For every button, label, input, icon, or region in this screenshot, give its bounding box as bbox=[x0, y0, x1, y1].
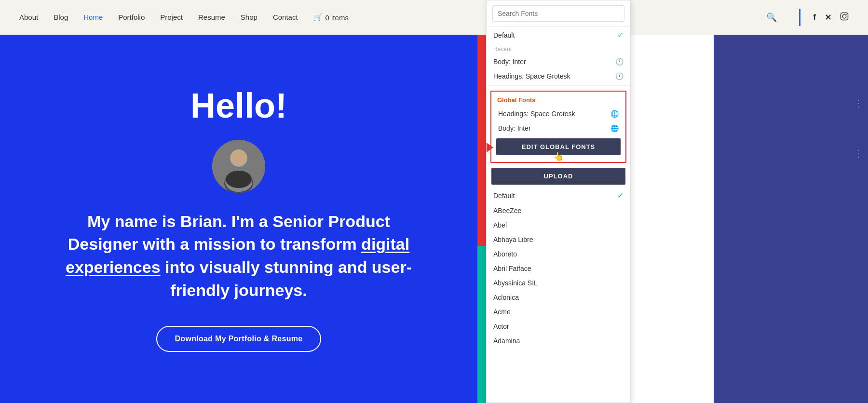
cursor-icon: 👆 bbox=[553, 151, 564, 162]
font-item-abel[interactable]: Abel bbox=[487, 218, 630, 232]
upload-btn-wrapper: UPLOAD bbox=[487, 166, 630, 188]
instagram-link[interactable] bbox=[840, 12, 849, 23]
font-label-abel: Abel bbox=[493, 221, 507, 229]
nav-item-resume[interactable]: Resume bbox=[198, 13, 225, 22]
font-label-recent-body: Body: Inter bbox=[493, 58, 526, 66]
nav-item-portfolio[interactable]: Portfolio bbox=[118, 13, 145, 22]
search-icon[interactable]: 🔍 bbox=[766, 12, 777, 23]
font-item-aboreto[interactable]: Aboreto bbox=[487, 247, 630, 261]
divider-1 bbox=[487, 85, 630, 86]
avatar-image bbox=[212, 140, 265, 193]
nav-item-blog[interactable]: Blog bbox=[54, 13, 68, 22]
nav-link-shop[interactable]: Shop bbox=[241, 13, 258, 21]
nav-link-home[interactable]: Home bbox=[83, 13, 103, 21]
font-label-actor: Actor bbox=[493, 322, 509, 330]
font-item-global-body[interactable]: Body: Inter 🌐 bbox=[491, 121, 625, 135]
font-item-acme[interactable]: Acme bbox=[487, 305, 630, 319]
font-item-recent-body[interactable]: Body: Inter 🕐 bbox=[487, 54, 630, 69]
font-search-input[interactable] bbox=[492, 5, 624, 22]
font-label-abeezee: ABeeZee bbox=[493, 207, 521, 215]
global-fonts-label: Global Fonts bbox=[491, 94, 625, 107]
clock-icon-2: 🕐 bbox=[615, 72, 624, 80]
font-label-abhaya: Abhaya Libre bbox=[493, 236, 533, 243]
nav-item-cart[interactable]: 🛒 0 items bbox=[313, 13, 349, 22]
right-panel: ⋮ ⋮ bbox=[714, 35, 868, 403]
font-item-default[interactable]: Default ✓ bbox=[487, 188, 630, 203]
font-label-abril: Abril Fatface bbox=[493, 265, 531, 272]
font-label-recent-headings: Headings: Space Grotesk bbox=[493, 72, 570, 80]
recent-section-label: Recent bbox=[487, 43, 630, 54]
nav-link-about[interactable]: About bbox=[19, 13, 38, 21]
svg-point-2 bbox=[846, 14, 847, 15]
svg-point-8 bbox=[231, 149, 246, 165]
font-label-global-headings: Headings: Space Grotesk bbox=[498, 110, 575, 118]
global-fonts-section: Global Fonts Headings: Space Grotesk 🌐 B… bbox=[490, 91, 626, 163]
nav-item-project[interactable]: Project bbox=[160, 13, 183, 22]
red-arrow-indicator bbox=[486, 143, 493, 152]
font-label-aclonica: Aclonica bbox=[493, 294, 519, 301]
navbar: About Blog Home Portfolio Project Resume… bbox=[0, 0, 868, 35]
download-button[interactable]: Download My Portfolio & Resume bbox=[156, 326, 321, 352]
nav-link-portfolio[interactable]: Portfolio bbox=[118, 13, 145, 21]
clock-icon-1: 🕐 bbox=[615, 58, 624, 66]
facebook-link[interactable]: f bbox=[813, 13, 816, 22]
nav-item-contact[interactable]: Contact bbox=[273, 13, 298, 22]
upload-button[interactable]: UPLOAD bbox=[491, 168, 625, 185]
font-label-default-top: Default bbox=[493, 31, 515, 39]
nav-link-blog[interactable]: Blog bbox=[54, 13, 68, 21]
font-item-recent-headings[interactable]: Headings: Space Grotesk 🕐 bbox=[487, 69, 630, 83]
globe-icon-1: 🌐 bbox=[610, 110, 619, 118]
font-item-abhaya[interactable]: Abhaya Libre bbox=[487, 232, 630, 247]
hero-title: Hello! bbox=[190, 86, 287, 125]
font-label-default: Default bbox=[493, 192, 515, 200]
nav-item-about[interactable]: About bbox=[19, 13, 38, 22]
cart-count: 0 items bbox=[326, 13, 349, 22]
hero-avatar bbox=[212, 140, 265, 193]
font-item-abeezee[interactable]: ABeeZee bbox=[487, 203, 630, 218]
nav-item-shop[interactable]: Shop bbox=[241, 13, 258, 22]
hero-section: Hello! My name is Brian. I'm a Senior Pr… bbox=[0, 35, 477, 403]
font-list[interactable]: Default ✓ ABeeZee Abel Abhaya Libre Abor… bbox=[487, 188, 630, 403]
nav-link-contact[interactable]: Contact bbox=[273, 13, 298, 21]
teal-accent-bar bbox=[477, 246, 486, 403]
arrow-head bbox=[487, 143, 493, 152]
nav-link-resume[interactable]: Resume bbox=[198, 13, 225, 21]
font-item-actor[interactable]: Actor bbox=[487, 319, 630, 334]
font-label-adamina: Adamina bbox=[493, 337, 520, 345]
nav-item-home[interactable]: Home bbox=[83, 13, 103, 22]
hero-body-text: My name is Brian. I'm a Senior Product D… bbox=[51, 210, 427, 302]
font-label-acme: Acme bbox=[493, 308, 511, 316]
nav-divider bbox=[799, 9, 800, 26]
check-icon-default: ✓ bbox=[617, 30, 624, 40]
font-label-aboreto: Aboreto bbox=[493, 250, 517, 258]
font-label-global-body: Body: Inter bbox=[498, 124, 531, 132]
font-search-box bbox=[487, 0, 630, 27]
globe-icon-2: 🌐 bbox=[610, 124, 619, 132]
font-item-abril[interactable]: Abril Fatface bbox=[487, 261, 630, 276]
red-accent-bar bbox=[477, 35, 486, 246]
cart-icon: 🛒 bbox=[313, 13, 323, 22]
font-item-abyssinica[interactable]: Abyssinica SIL bbox=[487, 276, 630, 290]
edit-global-btn-container: EDIT GLOBAL FONTS 👆 bbox=[491, 135, 625, 159]
font-item-adamina[interactable]: Adamina bbox=[487, 334, 630, 348]
font-item-global-headings[interactable]: Headings: Space Grotesk 🌐 bbox=[491, 107, 625, 121]
font-item-aclonica[interactable]: Aclonica bbox=[487, 290, 630, 305]
font-panel: Default ✓ Recent Body: Inter 🕐 Headings:… bbox=[486, 0, 631, 403]
nav-social: f ✕ bbox=[813, 12, 849, 23]
nav-links: About Blog Home Portfolio Project Resume… bbox=[19, 13, 349, 22]
check-icon-list-default: ✓ bbox=[617, 191, 624, 200]
svg-point-9 bbox=[226, 171, 252, 188]
svg-rect-0 bbox=[841, 13, 848, 20]
svg-point-1 bbox=[842, 14, 846, 18]
font-item-default-top[interactable]: Default ✓ bbox=[487, 27, 630, 43]
nav-link-project[interactable]: Project bbox=[160, 13, 183, 21]
twitter-link[interactable]: ✕ bbox=[825, 13, 831, 23]
panel-dots-2: ⋮ bbox=[854, 148, 863, 159]
font-label-abyssinica: Abyssinica SIL bbox=[493, 279, 538, 287]
panel-dots-1: ⋮ bbox=[854, 97, 863, 109]
